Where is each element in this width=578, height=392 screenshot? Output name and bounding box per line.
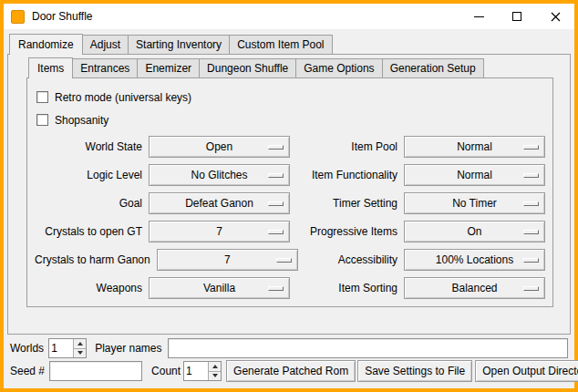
tab-generation-setup[interactable]: Generation Setup [382, 58, 484, 77]
dropdown-indicator-icon [268, 286, 284, 291]
accessibility-dropdown[interactable]: 100% Locations [404, 249, 545, 271]
seed-row: Seed # Count Generate Patched Rom Save S… [10, 360, 568, 382]
bottom-bar: Worlds Player names Seed # Count [7, 335, 571, 388]
accessibility-value: 100% Locations [436, 253, 513, 266]
item-pool-label: Item Pool [290, 140, 404, 153]
progressive-items-value: On [467, 225, 481, 238]
progressive-items-dropdown[interactable]: On [404, 221, 545, 242]
player-names-input[interactable] [168, 338, 569, 358]
world-state-dropdown[interactable]: Open [149, 136, 290, 158]
logic-level-label: Logic Level [35, 169, 149, 181]
logic-level-dropdown[interactable]: No Glitches [149, 164, 290, 186]
maximize-button[interactable] [498, 4, 536, 29]
spin-up-button[interactable] [74, 339, 86, 348]
timer-setting-value: No Timer [452, 197, 497, 210]
tab-starting-inventory[interactable]: Starting Inventory [128, 35, 230, 54]
minimize-icon [474, 16, 484, 17]
spin-down-button[interactable] [74, 348, 86, 358]
item-pool-dropdown[interactable]: Normal [404, 136, 545, 158]
weapons-value: Vanilla [203, 282, 235, 294]
retro-mode-checkbox[interactable] [36, 91, 48, 103]
retro-mode-checkbox-row[interactable]: Retro mode (universal keys) [36, 86, 545, 108]
minimize-button[interactable] [459, 4, 498, 29]
dropdown-indicator-icon [276, 258, 292, 263]
goal-row: Goal Defeat Ganon [35, 192, 290, 214]
timer-setting-row: Timer Setting No Timer [290, 192, 545, 214]
tab-dungeon-shuffle[interactable]: Dungeon Shuffle [199, 58, 296, 77]
accessibility-label: Accessibility [290, 253, 404, 266]
item-functionality-value: Normal [457, 169, 492, 181]
accessibility-row: Accessibility 100% Locations [290, 249, 545, 271]
app-icon [11, 10, 25, 24]
spin-up-icon [212, 365, 218, 368]
item-functionality-dropdown[interactable]: Normal [404, 164, 545, 186]
open-output-directory-button[interactable]: Open Output Directory [475, 360, 578, 382]
save-settings-button[interactable]: Save Settings to File [357, 360, 472, 382]
door-shuffle-window: Door Shuffle Randomize Adjust Starting I… [0, 0, 578, 392]
worlds-spin-arrows [73, 339, 86, 357]
maximize-icon [512, 12, 521, 21]
sub-tabbar: Items Entrances Enemizer Dungeon Shuffle… [26, 57, 553, 77]
crystals-ganon-value: 7 [224, 253, 231, 266]
shopsanity-checkbox-row[interactable]: Shopsanity [36, 108, 545, 131]
item-sorting-label: Item Sorting [290, 282, 404, 294]
spin-down-icon [77, 351, 83, 355]
goal-dropdown[interactable]: Defeat Ganon [149, 192, 290, 214]
window-content: Randomize Adjust Starting Inventory Cust… [4, 29, 574, 388]
count-input[interactable] [184, 362, 208, 380]
spin-down-button[interactable] [209, 371, 221, 381]
tab-randomize[interactable]: Randomize [9, 34, 83, 55]
item-pool-value: Normal [457, 140, 492, 153]
item-functionality-row: Item Functionality Normal [290, 164, 545, 186]
weapons-row: Weapons Vanilla [35, 277, 290, 299]
worlds-row: Worlds Player names [10, 338, 568, 358]
crystals-ganon-label: Crystals to harm Ganon [35, 253, 157, 266]
count-spinbox[interactable] [183, 361, 222, 381]
tab-items[interactable]: Items [28, 57, 73, 78]
world-state-value: Open [206, 140, 232, 153]
logic-level-row: Logic Level No Glitches [35, 164, 290, 186]
crystals-ganon-dropdown[interactable]: 7 [157, 249, 298, 271]
dropdown-indicator-icon [268, 201, 284, 206]
world-state-label: World State [35, 140, 149, 153]
item-sorting-dropdown[interactable]: Balanced [404, 277, 545, 299]
item-sorting-row: Item Sorting Balanced [290, 277, 545, 299]
timer-setting-dropdown[interactable]: No Timer [404, 192, 545, 214]
tab-entrances[interactable]: Entrances [72, 58, 138, 77]
worlds-input[interactable] [49, 339, 73, 357]
generate-patched-rom-button[interactable]: Generate Patched Rom [226, 360, 356, 382]
dropdown-indicator-icon [268, 230, 284, 234]
tab-game-options[interactable]: Game Options [295, 58, 382, 77]
spin-down-icon [212, 374, 218, 377]
dropdown-indicator-icon [523, 230, 539, 234]
item-pool-row: Item Pool Normal [290, 136, 545, 158]
crystals-gt-value: 7 [216, 225, 222, 238]
close-button[interactable] [536, 4, 574, 29]
player-names-label: Player names [95, 342, 161, 355]
dropdown-indicator-icon [523, 258, 539, 263]
logic-level-value: No Glitches [191, 169, 247, 181]
dropdown-indicator-icon [523, 145, 539, 150]
seed-input[interactable] [49, 361, 142, 381]
count-label: Count [151, 365, 181, 377]
worlds-label: Worlds [10, 342, 44, 355]
weapons-label: Weapons [35, 282, 149, 294]
tab-enemizer[interactable]: Enemizer [137, 58, 200, 77]
item-sorting-value: Balanced [451, 282, 497, 294]
spin-up-button[interactable] [209, 362, 221, 371]
dropdown-indicator-icon [523, 286, 539, 291]
crystals-gt-dropdown[interactable]: 7 [149, 221, 290, 242]
crystals-gt-row: Crystals to open GT 7 [35, 221, 290, 242]
seed-label: Seed # [10, 365, 45, 377]
count-spin-arrows [208, 362, 221, 380]
dropdown-indicator-icon [268, 145, 284, 150]
tab-adjust[interactable]: Adjust [82, 35, 129, 54]
options-form: World State Open Logic Level No Glitches [35, 136, 545, 305]
goal-label: Goal [35, 197, 149, 210]
shopsanity-checkbox[interactable] [36, 114, 48, 126]
world-state-row: World State Open [35, 136, 290, 158]
weapons-dropdown[interactable]: Vanilla [149, 277, 290, 299]
tab-custom-item-pool[interactable]: Custom Item Pool [229, 35, 332, 54]
worlds-spinbox[interactable] [48, 338, 87, 358]
sub-notebook: Items Entrances Enemizer Dungeon Shuffle… [26, 57, 553, 307]
